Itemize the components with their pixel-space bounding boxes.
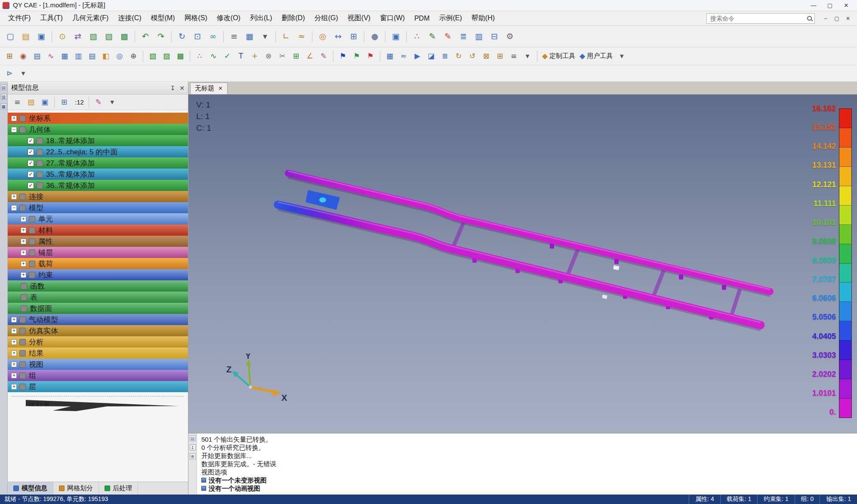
node-icon[interactable]: ∴ <box>193 50 206 63</box>
tree-item[interactable]: ✓ 表 <box>8 292 188 303</box>
message-line[interactable]: 开始更新数据库... <box>201 452 853 460</box>
table-icon[interactable]: ▥ <box>472 29 486 44</box>
paint-icon[interactable]: ✎ <box>441 29 455 44</box>
cycle-forward-icon[interactable]: ↻ <box>452 50 465 63</box>
tree-copy-icon[interactable]: ▣ <box>38 96 51 109</box>
split-window-icon[interactable]: ⊟ <box>487 29 502 44</box>
tree-item[interactable]: ✓ 气动模型 <box>8 314 188 325</box>
mark-icon[interactable]: ✎ <box>317 50 330 63</box>
mesh-edit-icon[interactable]: ▩ <box>174 50 187 63</box>
curve-icon[interactable]: ∿ <box>44 50 57 63</box>
menu-item[interactable]: 文件(F) <box>3 12 35 25</box>
child-window-button[interactable]: ✕ <box>842 14 854 23</box>
select-pointer-icon[interactable]: ⊳ <box>3 67 16 80</box>
expand-toggle-icon[interactable] <box>11 127 17 132</box>
message-line[interactable]: 没有一个未变形视图 <box>201 476 853 484</box>
report-icon[interactable]: ▤ <box>86 50 99 63</box>
cycle-back-icon[interactable]: ↺ <box>466 50 479 63</box>
tree-paint-icon[interactable]: ✎ <box>92 96 105 109</box>
tree-depth-icon[interactable]: ⊞ <box>58 96 71 109</box>
add-grid-icon[interactable]: ⊞ <box>290 50 302 63</box>
copy-entity-icon[interactable]: ▧ <box>86 29 101 44</box>
menu-item[interactable]: 示例(E) <box>435 12 467 25</box>
freeze-icon[interactable]: ⊠ <box>480 50 493 63</box>
sphere-icon[interactable]: ● <box>367 29 382 44</box>
visibility-checkbox[interactable]: ✓ <box>28 182 34 189</box>
menu-item[interactable]: 几何元素(F) <box>68 12 113 25</box>
tree-item[interactable]: ✓ 坐标系 <box>8 113 188 124</box>
panel-layout-icon[interactable]: ▤ <box>31 50 43 63</box>
view-style-caret-icon[interactable]: ▾ <box>258 29 272 44</box>
feature-icon[interactable]: ⊗ <box>262 50 275 63</box>
tree-item[interactable]: ✓ 22..5..chejia: 5 的中面 <box>8 146 188 157</box>
menu-item[interactable]: 帮助(H) <box>467 12 499 25</box>
toolbar-item[interactable] <box>143 51 143 62</box>
visibility-checkbox[interactable]: ✓ <box>28 138 34 144</box>
msg-dock-icon[interactable]: ▤ <box>190 435 196 441</box>
panel-close-icon[interactable]: ✕ <box>179 85 185 92</box>
toolbar-item[interactable] <box>171 31 172 42</box>
expand-toggle-icon[interactable] <box>11 116 17 121</box>
tree-toolbar-item[interactable] <box>89 97 89 108</box>
animate-icon[interactable]: ▶ <box>411 50 424 63</box>
toolbar-item[interactable] <box>364 31 364 42</box>
tree-item[interactable]: ✓ 函数 <box>8 280 188 292</box>
toolbar-item[interactable] <box>223 31 224 42</box>
close-button[interactable]: ✕ <box>838 1 854 10</box>
search-input[interactable] <box>709 15 807 22</box>
flag-blue-icon[interactable]: ⚑ <box>336 50 349 63</box>
link-icon[interactable]: ∞ <box>206 29 220 44</box>
tree-item[interactable]: ✓ 材料 <box>8 224 188 236</box>
tree-item[interactable]: ✓ 35..常规体添加 <box>8 169 188 180</box>
menu-item[interactable]: 工具(T) <box>35 12 67 25</box>
expand-toggle-icon[interactable] <box>21 227 26 233</box>
tree-item[interactable]: ✓ 模型 <box>8 202 188 213</box>
mesh-check-icon[interactable]: ✓ <box>221 50 234 63</box>
points-icon[interactable]: ∴ <box>410 29 424 44</box>
tree-item[interactable]: ✓ 18..常规体添加 <box>8 135 188 146</box>
toolbar-item[interactable] <box>135 31 135 42</box>
menu-item[interactable]: 修改(O) <box>212 12 245 25</box>
menu-item[interactable]: PDM <box>410 12 435 25</box>
entity-select-icon[interactable]: ⊞ <box>3 50 16 63</box>
new-file-icon[interactable]: ▢ <box>3 29 18 44</box>
visibility-checkbox[interactable]: ✓ <box>28 171 34 178</box>
expand-toggle-icon[interactable] <box>11 328 17 334</box>
tree-item[interactable]: ✓ 单元 <box>8 213 188 224</box>
layers-icon[interactable]: ≣ <box>456 29 471 44</box>
tree-item[interactable]: ✓ 仿真实体 <box>8 325 188 336</box>
open-file-icon[interactable]: ▤ <box>18 29 33 44</box>
custom-tools-icon[interactable]: ◆ 定制工具 <box>540 50 577 63</box>
toolbar-item[interactable] <box>190 51 190 62</box>
tree-folder-icon[interactable]: ▤ <box>25 96 37 109</box>
save-icon[interactable]: ▣ <box>34 29 49 44</box>
search-icon[interactable] <box>807 16 812 21</box>
toolbar-item[interactable] <box>537 51 537 62</box>
text-tool-icon[interactable]: T <box>234 50 247 63</box>
toolbar-item[interactable] <box>275 31 276 42</box>
message-line[interactable]: 视图选项 <box>201 468 853 476</box>
tree-item[interactable]: ✓ 结果 <box>8 347 188 359</box>
tree-item[interactable]: ✓ 铺层 <box>8 247 188 258</box>
message-line[interactable]: 501 个输出矢量已转换。 <box>201 435 853 443</box>
chassis-model[interactable] <box>188 95 856 433</box>
tree-item[interactable]: ✓ 数据面 <box>8 303 188 314</box>
menu-item[interactable]: 模型(M) <box>146 12 180 25</box>
tree-item[interactable]: ✓ 视图 <box>8 359 188 370</box>
tree-item[interactable]: ✓ 36..常规体添加 <box>8 180 188 191</box>
expand-toggle-icon[interactable] <box>11 350 17 356</box>
toolbar-item[interactable] <box>380 51 380 62</box>
mesh-solid-icon[interactable]: ▨ <box>160 50 173 63</box>
list-options-icon[interactable]: ≡ <box>227 29 241 44</box>
expand-toggle-icon[interactable] <box>21 272 26 278</box>
deform-icon[interactable]: ≈ <box>397 50 410 63</box>
message-line[interactable]: 没有一个动画视图 <box>201 484 853 492</box>
dock-layers-icon[interactable]: ▥ <box>1 94 7 100</box>
expand-toggle-icon[interactable] <box>11 362 17 367</box>
tree-item[interactable]: ✓ 约束 <box>8 269 188 280</box>
tab-model-info[interactable]: 模型信息 <box>8 482 53 495</box>
magnify-icon[interactable]: ⊕ <box>127 50 140 63</box>
scissors-icon[interactable]: ✂ <box>276 50 289 63</box>
render-icon[interactable]: ◧ <box>99 50 112 63</box>
pencil-icon[interactable]: ✎ <box>425 29 440 44</box>
